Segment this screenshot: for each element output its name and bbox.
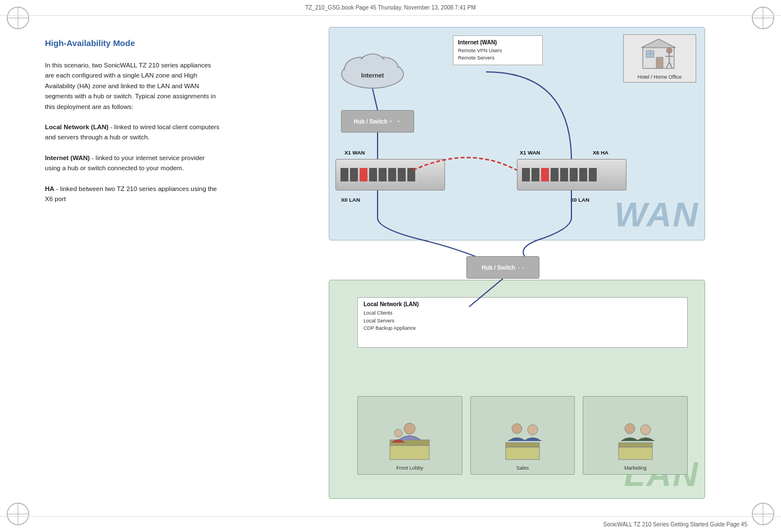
hotel-icon xyxy=(640,37,679,71)
section-title: High-Availability Mode xyxy=(45,38,221,48)
hub-switch-top-label: Hub / Switch xyxy=(354,119,388,125)
dept-label-marketing: Marketing xyxy=(624,465,647,471)
svg-rect-28 xyxy=(506,447,539,460)
port-x0-lan-right-label: X0 LAN xyxy=(570,197,589,203)
internet-wan-title: Internet (WAN) xyxy=(458,39,538,46)
dept-row: Front Lobby Sales xyxy=(357,396,688,475)
local-network-line2: Local Servers xyxy=(364,317,682,325)
local-network-title: Local Network (LAN) xyxy=(364,301,682,307)
ha-paragraph: HA - linked between two TZ 210 series ap… xyxy=(45,184,221,204)
svg-point-33 xyxy=(625,424,635,434)
lan-section: LAN Local Network (LAN) Local Clients Lo… xyxy=(329,280,705,499)
page-content: High-Availability Mode In this scenario,… xyxy=(0,16,781,516)
svg-marker-13 xyxy=(641,39,675,47)
front-lobby-icon xyxy=(387,412,432,465)
internet-wan-box: Internet (WAN) Remote VPN Users Remote S… xyxy=(453,35,543,65)
svg-point-26 xyxy=(394,429,402,437)
svg-rect-32 xyxy=(619,447,652,460)
hub-dots-mid: · · xyxy=(517,263,524,272)
port-x1-wan-left-label: X1 WAN xyxy=(344,149,365,156)
svg-point-25 xyxy=(404,423,415,434)
hub-switch-mid-label: Hub / Switch xyxy=(482,265,515,271)
svg-rect-27 xyxy=(506,443,539,447)
svg-rect-24 xyxy=(390,445,429,460)
dept-front-lobby: Front Lobby xyxy=(357,396,462,475)
local-network-line1: Local Clients xyxy=(364,310,682,317)
svg-point-29 xyxy=(512,424,522,434)
dept-label-front-lobby: Front Lobby xyxy=(396,465,423,471)
hub-switch-top: Hub / Switch · · xyxy=(341,110,414,133)
right-column: WAN Internet (WAN) Remote VPN Users Remo… xyxy=(242,16,781,516)
header-bar: TZ_210_GSG.book Page 45 Thursday, Novemb… xyxy=(0,0,781,16)
internet-cloud: Internet xyxy=(338,46,408,91)
svg-text:Internet: Internet xyxy=(361,72,384,79)
footer-bar: SonicWALL TZ 210 Series Getting Started … xyxy=(0,516,781,532)
appliance-left xyxy=(335,159,445,190)
left-column: High-Availability Mode In this scenario,… xyxy=(0,16,242,516)
local-network-box: Local Network (LAN) Local Clients Local … xyxy=(357,297,688,348)
svg-point-34 xyxy=(641,425,651,435)
intro-paragraph: In this scenario, two SonicWALL TZ 210 s… xyxy=(45,60,221,112)
svg-point-30 xyxy=(528,425,538,435)
wan-label: WAN xyxy=(614,194,699,234)
svg-point-18 xyxy=(666,48,672,53)
dept-sales: Sales xyxy=(470,396,575,475)
hotel-label: Hotel / Home Office xyxy=(627,74,692,80)
marketing-icon xyxy=(613,412,658,465)
diagram: WAN Internet (WAN) Remote VPN Users Remo… xyxy=(312,27,705,499)
appliance-right xyxy=(517,159,626,190)
hub-dots-top: · · xyxy=(390,117,402,126)
port-x6-ha-label: X6 HA xyxy=(593,149,609,156)
port-x1-wan-right-label: X1 WAN xyxy=(520,149,540,156)
footer-text: SonicWALL TZ 210 Series Getting Started … xyxy=(603,521,747,528)
local-network-paragraph: Local Network (LAN) - linked to wired lo… xyxy=(45,122,221,143)
header-text: TZ_210_GSG.book Page 45 Thursday, Novemb… xyxy=(305,4,476,11)
sales-icon xyxy=(500,412,545,465)
hub-switch-mid: Hub / Switch · · xyxy=(466,256,539,279)
svg-rect-17 xyxy=(656,57,663,69)
dept-label-sales: Sales xyxy=(516,465,529,471)
dept-marketing: Marketing xyxy=(583,396,688,475)
internet-wan-paragraph: Internet (WAN) - linked to your internet… xyxy=(45,153,221,174)
hotel-box: Hotel / Home Office xyxy=(623,34,696,83)
internet-wan-line2: Remote Servers xyxy=(458,54,538,62)
local-network-line3: CDP Backup Appliance xyxy=(364,325,682,333)
svg-rect-31 xyxy=(619,443,652,447)
internet-wan-line1: Remote VPN Users xyxy=(458,47,538,54)
port-x0-lan-left-label: X0 LAN xyxy=(341,197,360,203)
